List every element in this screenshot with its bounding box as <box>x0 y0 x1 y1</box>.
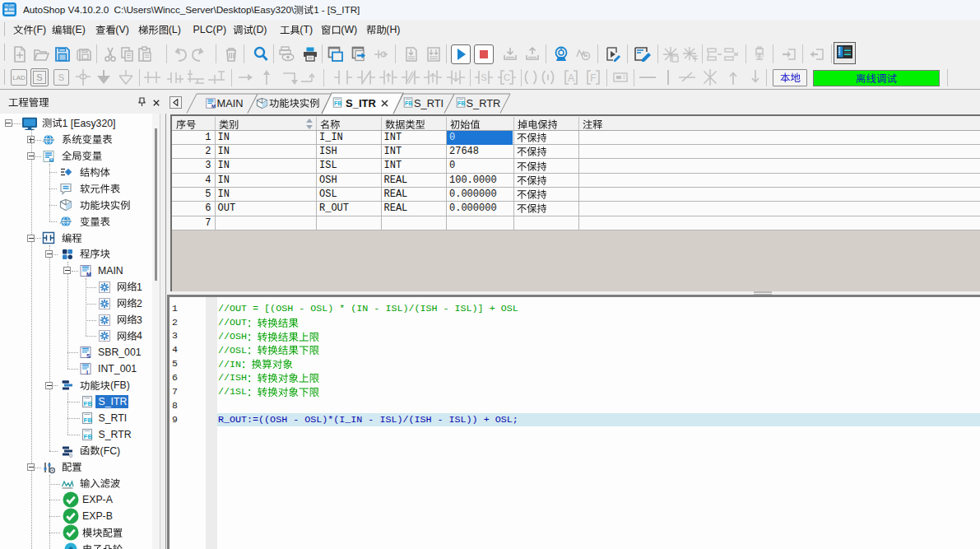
svg-text:FB: FB <box>457 100 465 106</box>
svg-text:I: I <box>86 370 88 375</box>
svg-text:(): () <box>69 453 72 458</box>
svg-text:S: S <box>86 353 91 359</box>
svg-text:FB: FB <box>405 100 412 106</box>
svg-text:FB: FB <box>84 432 93 440</box>
svg-text:FB: FB <box>334 100 341 106</box>
svg-text:M: M <box>211 103 216 109</box>
svg-text:FB: FB <box>84 416 93 423</box>
svg-text:M: M <box>86 271 91 277</box>
svg-text:FB: FB <box>84 400 93 407</box>
